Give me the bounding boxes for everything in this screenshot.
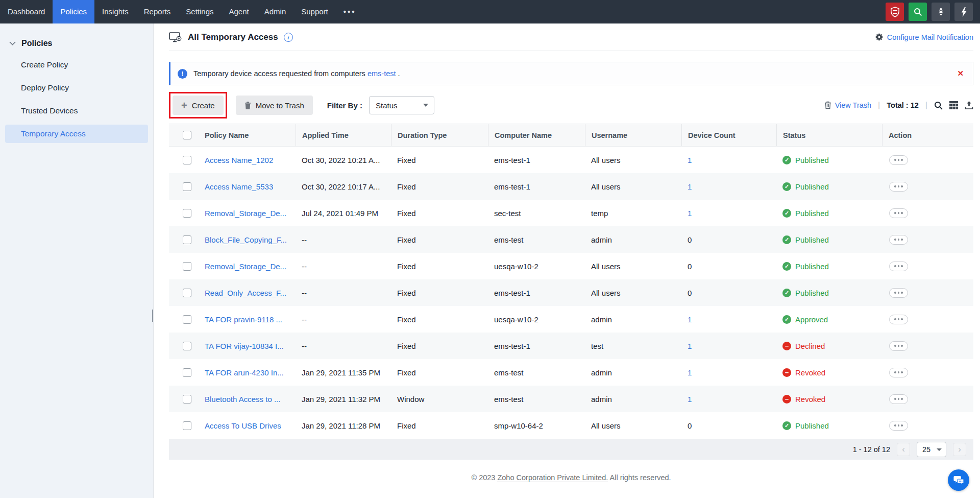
- col-username[interactable]: Username: [585, 124, 688, 146]
- sidebar-section-policies[interactable]: Policies: [0, 23, 153, 51]
- sidebar-item-create-policy[interactable]: Create Policy: [5, 56, 148, 74]
- row-checkbox[interactable]: [183, 289, 191, 297]
- policy-name-link[interactable]: Removal_Storage_De...: [205, 209, 286, 218]
- row-actions-button[interactable]: [889, 368, 908, 377]
- move-to-trash-button[interactable]: Move to Trash: [236, 96, 313, 115]
- status-text: Published: [795, 235, 829, 244]
- status-badge: Published: [782, 182, 888, 191]
- row-actions-button[interactable]: [889, 262, 908, 271]
- policies-table: Policy Name Applied Time Duration Type C…: [169, 124, 973, 460]
- create-button-label: Create: [192, 101, 215, 110]
- policy-name-link[interactable]: Access Name_1202: [205, 156, 273, 164]
- row-actions-button[interactable]: [889, 315, 908, 324]
- status-icon: [782, 262, 791, 271]
- policy-name-link[interactable]: Bluetooth Access to ...: [205, 395, 280, 404]
- policy-name-link[interactable]: Access To USB Drives: [205, 421, 281, 430]
- policy-name-link[interactable]: Read_Only_Access_F...: [205, 289, 286, 297]
- row-checkbox[interactable]: [183, 156, 191, 164]
- row-checkbox[interactable]: [183, 182, 191, 191]
- row-checkbox[interactable]: [183, 315, 191, 324]
- col-computer-name[interactable]: Computer Name: [488, 124, 591, 146]
- row-checkbox[interactable]: [183, 395, 191, 404]
- nav-item-dashboard[interactable]: Dashboard: [0, 0, 53, 23]
- device-count-link[interactable]: 0: [688, 289, 692, 297]
- banner-close-icon[interactable]: ✕: [957, 69, 973, 78]
- device-count-link[interactable]: 1: [688, 368, 692, 377]
- chat-support-button[interactable]: [948, 469, 969, 491]
- device-count-link[interactable]: 0: [688, 235, 692, 244]
- policy-name-link[interactable]: Access Name_5533: [205, 182, 273, 191]
- row-actions-button[interactable]: [889, 288, 908, 298]
- row-checkbox[interactable]: [183, 209, 191, 218]
- col-device-count[interactable]: Device Count: [681, 124, 782, 146]
- device-count-link[interactable]: 1: [688, 182, 692, 191]
- row-checkbox[interactable]: [183, 421, 191, 430]
- select-all-checkbox[interactable]: [183, 131, 191, 139]
- policy-name-link[interactable]: TA FOR vijay-10834 I...: [205, 342, 284, 350]
- policy-name-link[interactable]: TA FOR arun-4230 In...: [205, 368, 284, 377]
- gear-user-icon: [875, 33, 884, 41]
- row-checkbox[interactable]: [183, 342, 191, 350]
- next-page-button[interactable]: ›: [953, 443, 966, 456]
- export-icon[interactable]: [965, 101, 973, 109]
- banner-computer-link[interactable]: ems-test: [368, 69, 396, 78]
- bolt-icon[interactable]: [954, 3, 973, 21]
- computer-name: ems-test: [494, 395, 591, 404]
- device-count-link[interactable]: 0: [688, 421, 692, 430]
- nav-item-support[interactable]: Support: [293, 0, 336, 23]
- row-checkbox[interactable]: [183, 235, 191, 244]
- sidebar-item-temporary-access[interactable]: Temporary Access: [5, 125, 148, 143]
- nav-item-policies[interactable]: Policies: [53, 0, 94, 23]
- nav-item-reports[interactable]: Reports: [136, 0, 179, 23]
- row-actions-button[interactable]: [889, 182, 908, 192]
- table-row: Removal_Storage_De... -- Fixed uesqa-w10…: [169, 253, 973, 279]
- device-count-link[interactable]: 1: [688, 209, 692, 218]
- duration-type: Fixed: [397, 182, 494, 191]
- rocket-icon[interactable]: [932, 3, 950, 21]
- device-count-link[interactable]: 1: [688, 315, 692, 324]
- table-row: Read_Only_Access_F... -- Fixed ems-test-…: [169, 279, 973, 306]
- sidebar-item-trusted-devices[interactable]: Trusted Devices: [5, 102, 148, 120]
- nav-spacer: [364, 0, 886, 23]
- row-actions-button[interactable]: [889, 394, 908, 404]
- view-trash-link[interactable]: View Trash: [824, 101, 871, 109]
- device-count-link[interactable]: 1: [688, 342, 692, 350]
- configure-mail-notification-link[interactable]: Configure Mail Notification: [875, 33, 973, 41]
- prev-page-button[interactable]: ‹: [897, 443, 910, 456]
- status-text: Published: [795, 262, 829, 271]
- row-actions-button[interactable]: [889, 341, 908, 351]
- device-count-link[interactable]: 1: [688, 156, 692, 164]
- column-chooser-icon[interactable]: [949, 101, 958, 109]
- page-size-select[interactable]: 25: [917, 442, 946, 457]
- nav-more-button[interactable]: •••: [336, 0, 364, 23]
- col-policy-name[interactable]: Policy Name: [205, 124, 302, 146]
- info-icon[interactable]: i: [284, 33, 293, 42]
- col-duration-type[interactable]: Duration Type: [391, 124, 494, 146]
- nav-item-admin[interactable]: Admin: [257, 0, 294, 23]
- sidebar-item-deploy-policy[interactable]: Deploy Policy: [5, 79, 148, 97]
- row-checkbox[interactable]: [183, 262, 191, 271]
- duration-type: Fixed: [397, 289, 494, 297]
- create-button[interactable]: + Create: [173, 96, 224, 115]
- col-status[interactable]: Status: [776, 124, 888, 146]
- nav-item-agent[interactable]: Agent: [222, 0, 257, 23]
- col-applied-time[interactable]: Applied Time: [296, 124, 397, 146]
- shield-icon[interactable]: [886, 3, 904, 21]
- row-checkbox[interactable]: [183, 368, 191, 377]
- table-search-icon[interactable]: [934, 101, 943, 110]
- table-row: Access Name_1202 Oct 30, 2022 10:21 A...…: [169, 147, 973, 173]
- policy-name-link[interactable]: Removal_Storage_De...: [205, 262, 286, 271]
- row-actions-button[interactable]: [889, 208, 908, 218]
- company-link[interactable]: Zoho Corporation Private Limited.: [497, 473, 608, 482]
- device-count-link[interactable]: 0: [688, 262, 692, 271]
- nav-item-settings[interactable]: Settings: [178, 0, 221, 23]
- nav-item-insights[interactable]: Insights: [94, 0, 136, 23]
- row-actions-button[interactable]: [889, 155, 908, 165]
- search-icon[interactable]: [909, 3, 927, 21]
- filter-status-dropdown[interactable]: Status: [369, 96, 434, 114]
- policy-name-link[interactable]: TA FOR pravin-9118 ...: [205, 315, 282, 324]
- device-count-link[interactable]: 1: [688, 395, 692, 404]
- row-actions-button[interactable]: [889, 235, 908, 245]
- row-actions-button[interactable]: [889, 421, 908, 431]
- policy-name-link[interactable]: Block_File_Copying_F...: [205, 235, 287, 244]
